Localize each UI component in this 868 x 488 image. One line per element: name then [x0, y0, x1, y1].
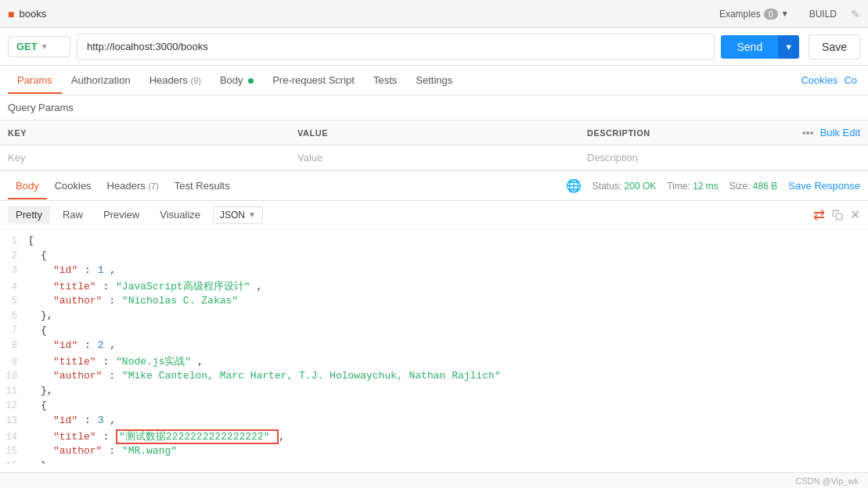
- line-num-2: 2: [0, 250, 28, 261]
- co-link[interactable]: Co: [841, 74, 860, 86]
- json-obj-open-2: {: [41, 325, 47, 336]
- edit-icon: ✎: [851, 8, 860, 20]
- request-tabs: Params Authorization Headers (9) Body Pr…: [0, 66, 868, 95]
- tab-params-label: Params: [17, 74, 52, 86]
- json-line-11: 11 },: [0, 384, 868, 399]
- save-button[interactable]: Save: [809, 34, 860, 59]
- tab-settings[interactable]: Settings: [406, 68, 462, 94]
- json-key-id1: "id": [53, 264, 77, 276]
- json-val-title1: "JavaScript高级程序设计": [116, 281, 250, 292]
- res-tab-headers-badge: (7): [148, 181, 158, 191]
- format-select[interactable]: JSON ▼: [213, 206, 263, 224]
- cookies-link[interactable]: Cookies: [798, 74, 841, 86]
- json-line-16: 16 }: [0, 459, 868, 464]
- tab-authorization[interactable]: Authorization: [62, 68, 140, 94]
- json-key-id2: "id": [53, 339, 77, 351]
- footer: CSDN @Vip_wk: [0, 472, 868, 488]
- format-tab-visualize[interactable]: Visualize: [152, 206, 208, 224]
- wrap-icon[interactable]: ⇄: [813, 206, 825, 224]
- json-obj-open-1: {: [41, 249, 47, 261]
- tab-headers[interactable]: Headers (9): [140, 68, 211, 94]
- tab-tests-label: Tests: [373, 74, 397, 86]
- res-tab-body-label: Body: [16, 180, 39, 192]
- json-val-title3: "测试数据2222222222222222": [119, 431, 269, 443]
- res-tab-body[interactable]: Body: [8, 174, 47, 199]
- format-tab-raw[interactable]: Raw: [55, 206, 91, 224]
- edit-icon-button[interactable]: ✎: [851, 8, 860, 20]
- json-key-id3: "id": [53, 414, 77, 426]
- examples-arrow-icon: ▼: [781, 9, 789, 18]
- size-info: Size: 486 B: [729, 181, 777, 192]
- tab-headers-label: Headers: [149, 74, 188, 86]
- json-kv-15: "author" : "MR.wang": [53, 445, 177, 457]
- tab-tests[interactable]: Tests: [364, 68, 406, 94]
- table-row: Key Value Description: [0, 145, 868, 170]
- th-actions: ••• Bulk Edit: [802, 127, 868, 139]
- clear-icon[interactable]: ✕: [850, 207, 860, 222]
- tab-params[interactable]: Params: [8, 68, 62, 94]
- format-tab-preview[interactable]: Preview: [95, 206, 147, 224]
- json-line-12: 12 {: [0, 399, 868, 414]
- json-obj-close-1: },: [41, 310, 53, 321]
- json-kv-3: "id" : 1 ,: [53, 264, 116, 276]
- line-num-4: 4: [0, 282, 28, 292]
- json-line-7: 7 {: [0, 324, 868, 339]
- line-num-9: 9: [0, 357, 28, 368]
- line-num-5: 5: [0, 296, 28, 307]
- line-num-12: 12: [0, 400, 28, 411]
- collection-icon: ■: [8, 8, 14, 20]
- json-kv-5: "author" : "Nicholas C. Zakas": [53, 295, 238, 307]
- url-input[interactable]: [77, 34, 715, 60]
- send-button[interactable]: Send: [721, 35, 778, 59]
- send-button-group: Send ▼: [721, 35, 799, 59]
- line-num-8: 8: [0, 340, 28, 351]
- tab-settings-label: Settings: [416, 74, 452, 86]
- th-key: KEY: [8, 128, 297, 138]
- res-tab-test-results-label: Test Results: [175, 180, 230, 192]
- globe-icon[interactable]: 🌐: [566, 178, 582, 193]
- build-button[interactable]: BUILD: [801, 6, 845, 22]
- time-value: 12 ms: [693, 181, 719, 192]
- line-num-3: 3: [0, 265, 28, 276]
- url-bar: GET ▼ Send ▼ Save: [0, 28, 868, 66]
- json-line-5: 5 "author" : "Nicholas C. Zakas": [0, 294, 868, 309]
- send-arrow-button[interactable]: ▼: [778, 35, 799, 59]
- json-key-author3: "author": [53, 445, 102, 457]
- th-description: DESCRIPTION: [587, 128, 802, 138]
- json-line-14: 14 "title" : "测试数据2222222222222222" ,: [0, 429, 868, 444]
- tab-body[interactable]: Body: [211, 68, 263, 94]
- method-arrow-icon: ▼: [41, 42, 49, 51]
- res-tab-test-results[interactable]: Test Results: [167, 174, 238, 199]
- bulk-edit-link[interactable]: Bulk Edit: [820, 127, 860, 138]
- examples-button[interactable]: Examples 0 ▼: [713, 6, 795, 22]
- tab-pre-request[interactable]: Pre-request Script: [263, 68, 364, 94]
- copy-icon[interactable]: [830, 210, 845, 221]
- json-obj-close-3: }: [41, 460, 47, 464]
- more-options-icon[interactable]: •••: [802, 127, 814, 139]
- format-tab-pretty[interactable]: Pretty: [8, 206, 50, 224]
- status-label: Status: 200 OK: [592, 181, 656, 192]
- tab-authorization-label: Authorization: [71, 74, 131, 86]
- json-line-3: 3 "id" : 1 ,: [0, 264, 868, 278]
- res-tab-cookies-label: Cookies: [55, 180, 92, 192]
- td-description: Description: [587, 152, 868, 163]
- line-num-6: 6: [0, 310, 28, 321]
- tab-headers-badge: (9): [190, 76, 200, 85]
- line-num-15: 15: [0, 446, 28, 457]
- json-val-author3: "MR.wang": [122, 445, 177, 457]
- json-line-10: 10 "author" : "Mike Cantelon, Marc Harte…: [0, 369, 868, 384]
- json-key-author1: "author": [53, 295, 102, 307]
- json-val-id2: 2: [98, 339, 104, 351]
- method-label: GET: [16, 41, 38, 52]
- top-bar: ■ books Examples 0 ▼ BUILD ✎: [0, 0, 868, 28]
- json-kv-4: "title" : "JavaScript高级程序设计" ,: [53, 279, 262, 293]
- footer-text: CSDN @Vip_wk: [795, 476, 859, 486]
- status-text: Status:: [592, 181, 621, 192]
- method-select[interactable]: GET ▼: [8, 36, 70, 57]
- res-tab-cookies[interactable]: Cookies: [47, 174, 99, 199]
- json-val-id3: 3: [98, 414, 104, 426]
- res-tab-headers[interactable]: Headers (7): [99, 174, 167, 199]
- save-response-button[interactable]: Save Response: [788, 180, 860, 192]
- json-key-author2: "author": [53, 370, 102, 382]
- line-num-13: 13: [0, 415, 28, 426]
